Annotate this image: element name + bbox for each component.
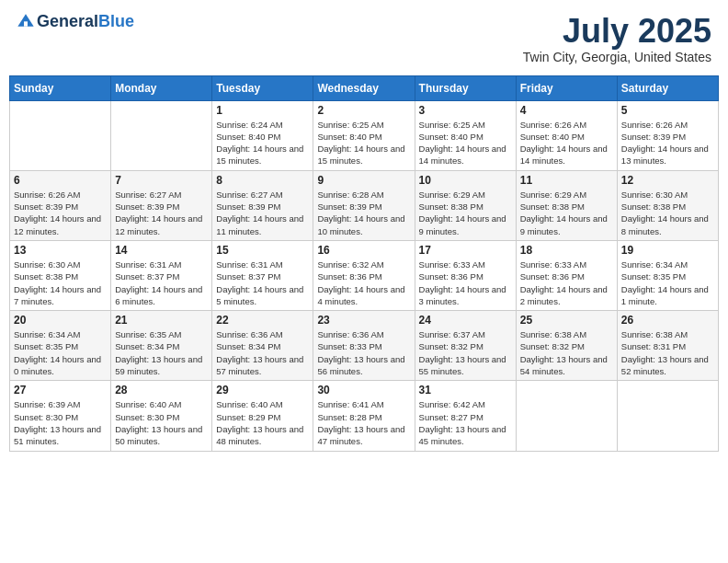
day-number: 10 [419, 174, 512, 187]
calendar-cell: 31Sunrise: 6:42 AM Sunset: 8:27 PM Dayli… [415, 381, 516, 451]
calendar-cell: 12Sunrise: 6:30 AM Sunset: 8:38 PM Dayli… [617, 170, 718, 240]
day-number: 19 [621, 244, 714, 257]
column-header-wednesday: Wednesday [313, 75, 415, 100]
day-info: Sunrise: 6:25 AM Sunset: 8:40 PM Dayligh… [317, 119, 410, 167]
month-title: July 2025 [523, 13, 711, 50]
calendar-week-row: 6Sunrise: 6:26 AM Sunset: 8:39 PM Daylig… [10, 170, 719, 240]
day-number: 13 [14, 244, 107, 257]
day-info: Sunrise: 6:26 AM Sunset: 8:40 PM Dayligh… [520, 119, 613, 167]
day-number: 18 [520, 244, 613, 257]
day-info: Sunrise: 6:25 AM Sunset: 8:40 PM Dayligh… [419, 119, 512, 167]
calendar-cell: 26Sunrise: 6:38 AM Sunset: 8:31 PM Dayli… [617, 311, 718, 381]
day-number: 20 [14, 314, 107, 327]
calendar-cell: 30Sunrise: 6:41 AM Sunset: 8:28 PM Dayli… [313, 381, 415, 451]
column-header-tuesday: Tuesday [212, 75, 313, 100]
logo: GeneralBlue [17, 13, 134, 31]
logo-general-text: General [37, 12, 98, 30]
column-header-thursday: Thursday [415, 75, 516, 100]
title-block: July 2025 Twin City, Georgia, United Sta… [523, 13, 711, 64]
day-number: 8 [216, 174, 309, 187]
day-number: 5 [621, 104, 714, 117]
calendar-cell: 29Sunrise: 6:40 AM Sunset: 8:29 PM Dayli… [212, 381, 313, 451]
calendar-cell: 20Sunrise: 6:34 AM Sunset: 8:35 PM Dayli… [10, 311, 111, 381]
day-info: Sunrise: 6:40 AM Sunset: 8:29 PM Dayligh… [216, 398, 309, 447]
calendar-cell: 5Sunrise: 6:26 AM Sunset: 8:39 PM Daylig… [617, 100, 718, 170]
calendar-cell: 1Sunrise: 6:24 AM Sunset: 8:40 PM Daylig… [212, 100, 313, 170]
calendar-cell: 10Sunrise: 6:29 AM Sunset: 8:38 PM Dayli… [415, 170, 516, 240]
day-number: 22 [216, 314, 309, 327]
day-info: Sunrise: 6:36 AM Sunset: 8:33 PM Dayligh… [317, 328, 410, 377]
calendar-cell [111, 100, 212, 170]
day-info: Sunrise: 6:26 AM Sunset: 8:39 PM Dayligh… [621, 119, 714, 167]
svg-rect-1 [24, 21, 28, 26]
day-number: 25 [520, 314, 613, 327]
calendar-cell [516, 381, 617, 451]
day-info: Sunrise: 6:38 AM Sunset: 8:32 PM Dayligh… [520, 328, 613, 377]
day-number: 2 [317, 104, 410, 117]
day-info: Sunrise: 6:34 AM Sunset: 8:35 PM Dayligh… [14, 328, 107, 377]
day-number: 15 [216, 244, 309, 257]
column-header-sunday: Sunday [10, 75, 111, 100]
day-number: 24 [419, 314, 512, 327]
calendar-cell: 8Sunrise: 6:27 AM Sunset: 8:39 PM Daylig… [212, 170, 313, 240]
day-info: Sunrise: 6:34 AM Sunset: 8:35 PM Dayligh… [621, 259, 714, 307]
day-info: Sunrise: 6:24 AM Sunset: 8:40 PM Dayligh… [216, 119, 309, 167]
day-number: 3 [419, 104, 512, 117]
day-info: Sunrise: 6:33 AM Sunset: 8:36 PM Dayligh… [419, 259, 512, 307]
day-info: Sunrise: 6:42 AM Sunset: 8:27 PM Dayligh… [419, 398, 512, 447]
day-number: 1 [216, 104, 309, 117]
column-header-monday: Monday [111, 75, 212, 100]
calendar-cell: 7Sunrise: 6:27 AM Sunset: 8:39 PM Daylig… [111, 170, 212, 240]
logo-icon [17, 13, 35, 31]
calendar-week-row: 1Sunrise: 6:24 AM Sunset: 8:40 PM Daylig… [10, 100, 719, 170]
calendar-cell: 21Sunrise: 6:35 AM Sunset: 8:34 PM Dayli… [111, 311, 212, 381]
day-info: Sunrise: 6:39 AM Sunset: 8:30 PM Dayligh… [14, 398, 107, 447]
calendar-header-row: SundayMondayTuesdayWednesdayThursdayFrid… [10, 75, 719, 100]
calendar-cell: 15Sunrise: 6:31 AM Sunset: 8:37 PM Dayli… [212, 240, 313, 310]
calendar-cell: 27Sunrise: 6:39 AM Sunset: 8:30 PM Dayli… [10, 381, 111, 451]
column-header-friday: Friday [516, 75, 617, 100]
day-number: 7 [115, 174, 208, 187]
calendar-cell: 3Sunrise: 6:25 AM Sunset: 8:40 PM Daylig… [415, 100, 516, 170]
calendar-cell: 2Sunrise: 6:25 AM Sunset: 8:40 PM Daylig… [313, 100, 415, 170]
day-info: Sunrise: 6:31 AM Sunset: 8:37 PM Dayligh… [216, 259, 309, 307]
calendar-week-row: 27Sunrise: 6:39 AM Sunset: 8:30 PM Dayli… [10, 381, 719, 451]
day-info: Sunrise: 6:29 AM Sunset: 8:38 PM Dayligh… [419, 189, 512, 237]
day-number: 9 [317, 174, 410, 187]
day-info: Sunrise: 6:40 AM Sunset: 8:30 PM Dayligh… [115, 398, 208, 447]
calendar-cell: 13Sunrise: 6:30 AM Sunset: 8:38 PM Dayli… [10, 240, 111, 310]
logo-blue-text: Blue [98, 12, 134, 30]
day-info: Sunrise: 6:31 AM Sunset: 8:37 PM Dayligh… [115, 259, 208, 307]
day-number: 12 [621, 174, 714, 187]
day-number: 21 [115, 314, 208, 327]
calendar-cell: 17Sunrise: 6:33 AM Sunset: 8:36 PM Dayli… [415, 240, 516, 310]
location-subtitle: Twin City, Georgia, United States [523, 50, 711, 64]
day-info: Sunrise: 6:37 AM Sunset: 8:32 PM Dayligh… [419, 328, 512, 377]
day-info: Sunrise: 6:32 AM Sunset: 8:36 PM Dayligh… [317, 259, 410, 307]
day-number: 26 [621, 314, 714, 327]
day-info: Sunrise: 6:28 AM Sunset: 8:39 PM Dayligh… [317, 189, 410, 237]
day-number: 14 [115, 244, 208, 257]
day-info: Sunrise: 6:29 AM Sunset: 8:38 PM Dayligh… [520, 189, 613, 237]
day-number: 17 [419, 244, 512, 257]
day-number: 11 [520, 174, 613, 187]
day-number: 30 [317, 384, 410, 396]
calendar-cell: 23Sunrise: 6:36 AM Sunset: 8:33 PM Dayli… [313, 311, 415, 381]
calendar-cell: 16Sunrise: 6:32 AM Sunset: 8:36 PM Dayli… [313, 240, 415, 310]
calendar-cell: 6Sunrise: 6:26 AM Sunset: 8:39 PM Daylig… [10, 170, 111, 240]
day-number: 16 [317, 244, 410, 257]
page-header: GeneralBlue July 2025 Twin City, Georgia… [9, 9, 719, 68]
day-info: Sunrise: 6:41 AM Sunset: 8:28 PM Dayligh… [317, 398, 410, 447]
day-info: Sunrise: 6:27 AM Sunset: 8:39 PM Dayligh… [115, 189, 208, 237]
day-info: Sunrise: 6:36 AM Sunset: 8:34 PM Dayligh… [216, 328, 309, 377]
day-info: Sunrise: 6:33 AM Sunset: 8:36 PM Dayligh… [520, 259, 613, 307]
day-number: 27 [14, 384, 107, 396]
day-number: 31 [419, 384, 512, 396]
calendar-week-row: 20Sunrise: 6:34 AM Sunset: 8:35 PM Dayli… [10, 311, 719, 381]
day-number: 29 [216, 384, 309, 396]
day-number: 4 [520, 104, 613, 117]
day-info: Sunrise: 6:26 AM Sunset: 8:39 PM Dayligh… [14, 189, 107, 237]
calendar-cell: 25Sunrise: 6:38 AM Sunset: 8:32 PM Dayli… [516, 311, 617, 381]
calendar-cell: 14Sunrise: 6:31 AM Sunset: 8:37 PM Dayli… [111, 240, 212, 310]
calendar-table: SundayMondayTuesdayWednesdayThursdayFrid… [9, 75, 719, 452]
